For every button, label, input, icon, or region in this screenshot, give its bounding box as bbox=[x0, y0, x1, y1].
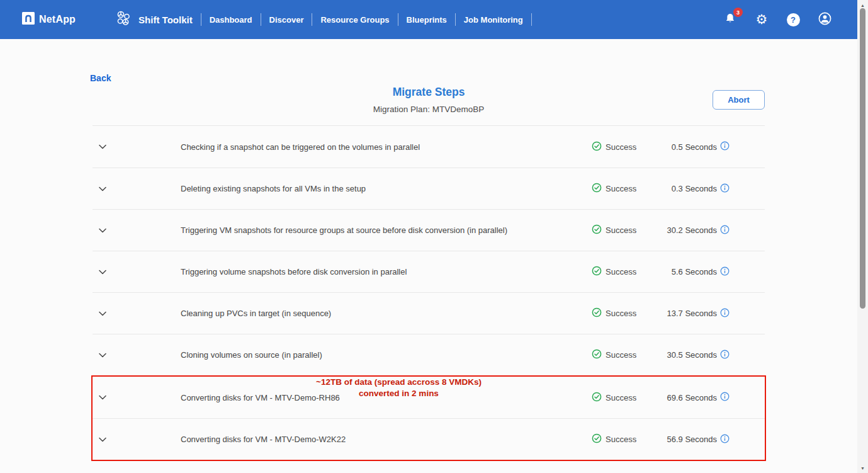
highlight-box: ~12TB of data (spread accross 8 VMDKs) c… bbox=[91, 375, 766, 461]
step-label: Deleting existing snapshots for all VMs … bbox=[181, 184, 592, 193]
chevron-down-icon[interactable] bbox=[96, 391, 109, 404]
step-status: Success bbox=[592, 266, 664, 278]
nav-separator bbox=[531, 13, 532, 26]
step-status-label: Success bbox=[606, 184, 636, 193]
step-label: Converting disks for VM - MTV-Demo-RH86 bbox=[181, 393, 592, 402]
nav-job-monitoring[interactable]: Job Monitoring bbox=[464, 15, 523, 25]
step-row[interactable]: Cleaning up PVCs in target (in sequence)… bbox=[93, 292, 765, 334]
step-row[interactable]: Converting disks for VM - MTV-Demo-RH86 … bbox=[93, 377, 765, 418]
success-check-icon bbox=[592, 141, 602, 153]
step-duration: 69.6 Seconds bbox=[667, 393, 717, 402]
step-status: Success bbox=[592, 349, 664, 361]
chevron-down-icon[interactable] bbox=[96, 433, 109, 446]
step-row[interactable]: Deleting existing snapshots for all VMs … bbox=[93, 168, 765, 209]
step-label: Converting disks for VM - MTV-Demo-W2K22 bbox=[181, 435, 592, 444]
step-row[interactable]: Cloning volumes on source (in parallel) … bbox=[93, 334, 765, 375]
notification-badge: 3 bbox=[733, 8, 743, 17]
step-duration-cell: 69.6 Seconds bbox=[664, 392, 765, 403]
chevron-down-icon[interactable] bbox=[96, 224, 109, 237]
user-menu-button[interactable] bbox=[817, 12, 832, 27]
step-label: Checking if a snapshot can be triggered … bbox=[181, 142, 592, 152]
step-status-label: Success bbox=[606, 309, 636, 318]
scroll-down-arrow-icon[interactable]: ▼ bbox=[857, 463, 868, 473]
step-duration-cell: 30.5 Seconds bbox=[664, 350, 765, 361]
nav-separator bbox=[312, 13, 312, 26]
settings-button[interactable]: ⚙ bbox=[754, 12, 769, 27]
step-status: Success bbox=[592, 141, 664, 153]
help-icon: ? bbox=[787, 13, 800, 26]
step-duration-cell: 0.5 Seconds bbox=[664, 141, 765, 152]
step-status: Success bbox=[592, 224, 664, 236]
chevron-down-icon[interactable] bbox=[96, 183, 109, 195]
info-icon[interactable] bbox=[720, 225, 730, 236]
info-icon[interactable] bbox=[720, 183, 730, 195]
migration-plan-subtitle: Migration Plan: MTVDemoBP bbox=[93, 105, 765, 114]
nav-separator bbox=[261, 13, 261, 26]
step-label: Cloning volumes on source (in parallel) bbox=[181, 350, 592, 360]
success-check-icon bbox=[592, 266, 602, 278]
notifications-button[interactable]: 3 bbox=[723, 12, 738, 27]
step-duration: 30.5 Seconds bbox=[667, 350, 717, 360]
nav-resource-groups[interactable]: Resource Groups bbox=[320, 15, 389, 25]
step-row[interactable]: Triggering volume snapshots before disk … bbox=[93, 251, 765, 292]
info-icon[interactable] bbox=[720, 350, 730, 361]
chevron-down-icon[interactable] bbox=[96, 307, 109, 320]
step-duration: 56.9 Seconds bbox=[667, 435, 717, 444]
step-status: Success bbox=[592, 183, 664, 195]
chevron-down-icon[interactable] bbox=[96, 349, 109, 362]
nav-blueprints[interactable]: Blueprints bbox=[407, 15, 447, 25]
step-status: Success bbox=[592, 433, 664, 445]
netapp-logo-icon bbox=[22, 12, 35, 27]
back-link[interactable]: Back bbox=[90, 73, 111, 83]
page-title: Migrate Steps bbox=[93, 86, 765, 99]
success-check-icon bbox=[592, 183, 602, 195]
step-status-label: Success bbox=[606, 225, 636, 235]
step-row[interactable]: Converting disks for VM - MTV-Demo-W2K22… bbox=[93, 418, 765, 460]
step-duration: 0.5 Seconds bbox=[672, 142, 717, 152]
info-icon[interactable] bbox=[720, 266, 730, 278]
step-status-label: Success bbox=[606, 393, 636, 402]
netapp-logo[interactable]: NetApp bbox=[22, 12, 76, 27]
scrollbar-thumb[interactable] bbox=[860, 8, 865, 309]
step-duration-cell: 56.9 Seconds bbox=[664, 434, 765, 445]
success-check-icon bbox=[592, 392, 602, 404]
success-check-icon bbox=[592, 349, 602, 361]
step-row[interactable]: Triggering VM snapshots for resource gro… bbox=[93, 209, 765, 251]
success-check-icon bbox=[592, 307, 602, 319]
step-duration-cell: 30.2 Seconds bbox=[664, 225, 765, 236]
shift-toolkit-icon bbox=[115, 9, 133, 30]
step-status: Success bbox=[592, 307, 664, 319]
step-status: Success bbox=[592, 392, 664, 404]
chevron-down-icon[interactable] bbox=[96, 266, 109, 278]
step-status-label: Success bbox=[606, 350, 636, 360]
user-profile-icon bbox=[818, 11, 832, 28]
nav-separator bbox=[398, 13, 398, 26]
steps-list-normal: Checking if a snapshot can be triggered … bbox=[93, 126, 765, 375]
step-status-label: Success bbox=[606, 142, 636, 152]
steps-list: Checking if a snapshot can be triggered … bbox=[93, 125, 765, 461]
top-navbar: NetApp Shift Toolkit Dashboard Discover … bbox=[0, 0, 868, 39]
page-header: Migrate Steps Migration Plan: MTVDemoBP … bbox=[93, 86, 765, 114]
step-status-label: Success bbox=[606, 435, 636, 444]
nav-separator bbox=[201, 13, 201, 26]
step-row[interactable]: Checking if a snapshot can be triggered … bbox=[93, 126, 765, 168]
chevron-down-icon[interactable] bbox=[96, 140, 109, 153]
step-status-label: Success bbox=[606, 267, 636, 276]
success-check-icon bbox=[592, 433, 602, 445]
nav-discover[interactable]: Discover bbox=[269, 15, 304, 25]
abort-button[interactable]: Abort bbox=[713, 90, 765, 110]
help-button[interactable]: ? bbox=[786, 12, 801, 27]
main-content: Back Migrate Steps Migration Plan: MTVDe… bbox=[0, 39, 857, 473]
success-check-icon bbox=[592, 224, 602, 236]
info-icon[interactable] bbox=[720, 141, 730, 152]
step-duration: 13.7 Seconds bbox=[667, 309, 717, 318]
nav-dashboard[interactable]: Dashboard bbox=[210, 15, 252, 25]
info-icon[interactable] bbox=[720, 392, 730, 403]
info-icon[interactable] bbox=[720, 434, 730, 445]
info-icon[interactable] bbox=[720, 308, 730, 319]
step-duration: 0.3 Seconds bbox=[672, 184, 717, 193]
step-duration-cell: 13.7 Seconds bbox=[664, 308, 765, 319]
vertical-scrollbar[interactable]: ▲ ▼ bbox=[857, 0, 868, 473]
step-duration-cell: 0.3 Seconds bbox=[664, 183, 765, 195]
netapp-brand-text: NetApp bbox=[39, 14, 76, 25]
